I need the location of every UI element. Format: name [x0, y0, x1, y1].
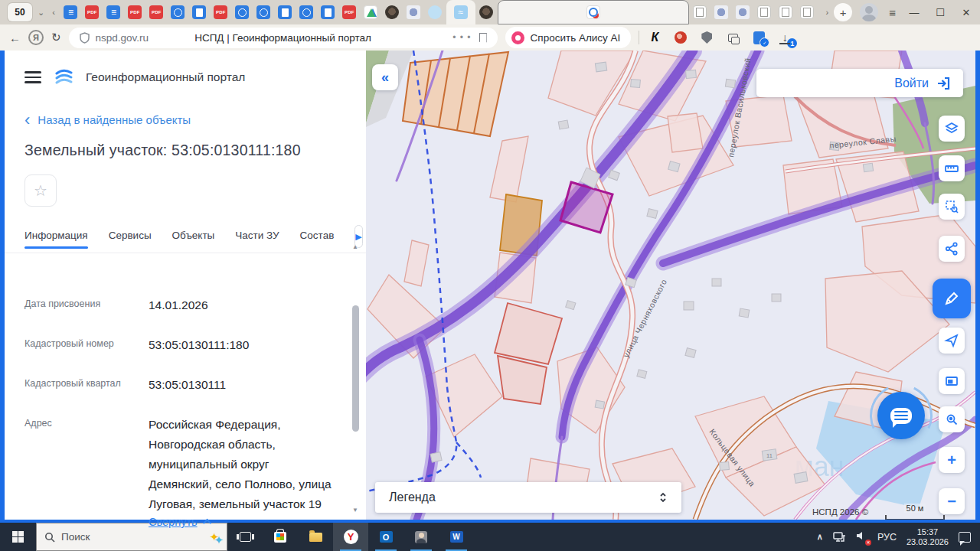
browser-tab-docblue[interactable]: [103, 0, 124, 24]
tab-objects[interactable]: Объекты: [172, 230, 215, 249]
feedback-tool-button[interactable]: [933, 279, 971, 318]
layers-button[interactable]: [939, 116, 965, 142]
browser-tab-pdf[interactable]: PDF: [339, 0, 360, 24]
browser-tab-monkey[interactable]: [382, 0, 403, 24]
window-close-button[interactable]: ✕: [959, 7, 974, 18]
favorite-star-button[interactable]: ☆: [24, 174, 57, 207]
browser-tab-pdf[interactable]: PDF: [125, 0, 145, 24]
bookmark-icon[interactable]: [479, 33, 487, 43]
tabs-extension-icon[interactable]: [725, 30, 740, 45]
expand-collapse-icon[interactable]: [657, 490, 669, 505]
hidden-icons-chevron[interactable]: ∧: [817, 532, 823, 542]
browser-tab-active[interactable]: [446, 0, 475, 24]
shield-extension-icon[interactable]: [699, 30, 714, 45]
measure-button[interactable]: [939, 155, 965, 181]
browser-tab-page[interactable]: [690, 0, 710, 24]
yandex-home-icon[interactable]: Я: [28, 30, 44, 45]
taskbar-app-task-view[interactable]: [227, 523, 263, 551]
browser-tab-page[interactable]: [797, 0, 818, 24]
locate-me-button[interactable]: [939, 328, 965, 354]
panel-scrollbar[interactable]: ▲ ▼: [349, 243, 361, 514]
taskbar-app-store[interactable]: [263, 523, 298, 551]
coordinate-search-button[interactable]: [939, 406, 965, 432]
address-bar[interactable]: nspd.gov.ru НСПД | Геоинформационный пор…: [69, 28, 498, 48]
tab-composition[interactable]: Состав: [300, 230, 335, 249]
browser-tab-eagle[interactable]: [711, 0, 732, 24]
browser-tab-page[interactable]: [776, 0, 796, 24]
site-security-icon[interactable]: [80, 32, 90, 44]
cadastral-basemap: ман: [366, 51, 975, 520]
browser-tab-monkey[interactable]: [476, 0, 497, 24]
window-maximize-button[interactable]: ☐: [933, 7, 948, 18]
scroll-up-icon[interactable]: ▲: [352, 243, 358, 250]
taskbar-app-file-explorer[interactable]: [298, 523, 333, 551]
tab-counter[interactable]: 50: [8, 3, 32, 21]
browser-tab-appblue[interactable]: [253, 0, 274, 24]
collapse-address-link[interactable]: Свернуть: [149, 516, 211, 528]
pageblue-favicon: [321, 5, 335, 19]
back-to-results-link[interactable]: ‹ Назад в найденные объекты: [24, 113, 366, 126]
browser-tab-pdf[interactable]: PDF: [82, 0, 103, 24]
monkey-favicon: [479, 5, 493, 19]
collapse-panel-button[interactable]: «: [372, 64, 398, 90]
scroll-tabs-left-icon[interactable]: ‹: [50, 8, 57, 17]
browser-menu-icon[interactable]: ≡: [889, 6, 896, 19]
appblue-favicon: [299, 5, 313, 19]
zoom-in-button[interactable]: +: [939, 447, 965, 473]
browser-tab-pdf[interactable]: PDF: [211, 0, 231, 24]
tab-parts[interactable]: Части ЗУ: [235, 230, 279, 249]
reload-button[interactable]: ↻: [51, 31, 61, 44]
login-bar[interactable]: Войти: [756, 69, 963, 97]
share-button[interactable]: [939, 236, 965, 262]
map-viewport[interactable]: ман: [366, 51, 975, 520]
scroll-tabs-right-icon[interactable]: ›: [824, 8, 831, 17]
scroll-down-icon[interactable]: ▼: [352, 507, 358, 514]
taskbar-app-word[interactable]: W: [439, 523, 474, 551]
alice-icon: [511, 31, 524, 44]
browser-tab-eagle[interactable]: [403, 0, 424, 24]
browser-tab-appblue[interactable]: [168, 0, 188, 24]
browser-tab-appblue[interactable]: [232, 0, 253, 24]
taskbar-app-people-app[interactable]: [403, 523, 439, 551]
network-icon[interactable]: [833, 532, 846, 543]
browser-tab-page[interactable]: [754, 0, 775, 24]
browser-tab-eagle[interactable]: [818, 0, 821, 24]
map-attribution: НСПД 2026 ©: [812, 507, 868, 517]
kinopoisk-extension-icon[interactable]: К: [647, 30, 662, 45]
address-more-icon[interactable]: • • •: [452, 32, 471, 43]
browser-tab-dot[interactable]: [425, 0, 446, 24]
browser-tab-pdf[interactable]: PDF: [146, 0, 167, 24]
tab-services[interactable]: Сервисы: [109, 230, 152, 249]
browser-tab-pageblue[interactable]: [318, 0, 338, 24]
browser-tab-sail[interactable]: [361, 0, 381, 24]
volume-muted-icon[interactable]: ✕: [856, 530, 867, 544]
taskbar-app-yandex-browser[interactable]: Y: [333, 523, 368, 551]
scrollbar-thumb[interactable]: [352, 305, 359, 432]
new-tab-button[interactable]: +: [834, 3, 852, 21]
profile-avatar[interactable]: [860, 3, 878, 21]
language-indicator[interactable]: РУС: [877, 532, 897, 543]
taskbar-clock[interactable]: 15:37 23.03.2026: [906, 527, 949, 547]
minimap-button[interactable]: [939, 368, 965, 394]
downloads-icon[interactable]: ↓1: [777, 30, 792, 45]
back-button[interactable]: ←: [9, 31, 21, 44]
tab-counter-dropdown-icon[interactable]: ⌄: [35, 8, 47, 18]
browser-tab-appblue[interactable]: [296, 0, 317, 24]
portal-menu-icon[interactable]: [24, 71, 41, 83]
browser-tab-pageblue[interactable]: [275, 0, 296, 24]
tab-information[interactable]: Информация: [24, 230, 88, 249]
chat-button[interactable]: [877, 392, 925, 439]
browser-tab-pageblue[interactable]: [189, 0, 210, 24]
red-extension-icon[interactable]: [673, 30, 688, 45]
doc-check-extension-icon[interactable]: [751, 30, 766, 45]
legend-bar[interactable]: Легенда: [375, 482, 681, 513]
area-search-icon: [944, 199, 959, 214]
alice-button[interactable]: Спросить Алису AI: [505, 27, 632, 48]
browser-tab-eagle[interactable]: [733, 0, 753, 24]
taskbar-app-outlook[interactable]: O: [368, 523, 403, 551]
area-search-button[interactable]: [939, 194, 965, 220]
browser-tab-docblue[interactable]: [60, 0, 81, 24]
browser-tab-search[interactable]: [498, 0, 689, 24]
window-minimize-button[interactable]: —: [906, 7, 922, 18]
notification-center-icon[interactable]: [959, 532, 971, 543]
